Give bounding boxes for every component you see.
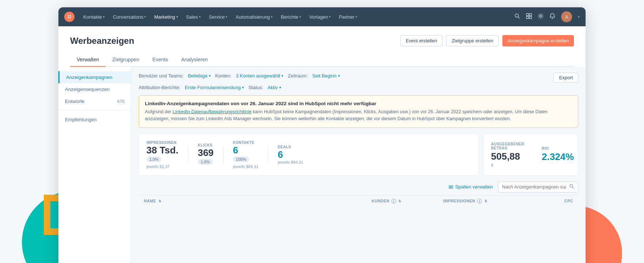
warning-link[interactable]: LinkedIn-Datenaufbewahrungsrichtlinie — [173, 109, 252, 114]
tab-analysieren[interactable]: Analysieren — [175, 53, 214, 67]
hubspot-logo[interactable] — [64, 12, 74, 22]
nav-partner[interactable]: Partner ▾ — [335, 7, 361, 26]
bell-icon[interactable] — [549, 13, 555, 20]
konten-select[interactable]: 3 Konten ausgewählt ▾ — [236, 73, 283, 79]
konten-chevron: ▾ — [281, 74, 283, 78]
nav-berichte[interactable]: Berichte ▾ — [277, 7, 305, 26]
benutzer-select[interactable]: Beliebige ▾ — [188, 73, 211, 79]
th-cpc: CPC — [487, 199, 573, 203]
main-layout: Anzeigenkampagnen Anzeigensequenzen Entw… — [58, 67, 586, 263]
stat-sep-2 — [223, 145, 223, 164]
tabs: Verwalten Zielgruppen Events Analysieren — [70, 53, 574, 67]
warning-banner: LinkedIn-Anzeigenkampagnendaten von vor … — [139, 95, 578, 128]
svg-rect-4 — [529, 14, 532, 16]
kunden-info-icon[interactable]: i — [391, 199, 396, 203]
bottom-toolbar: Spalten verwalten — [139, 182, 578, 193]
filter-row-1: Benutzer und Teams: Beliebige ▾ Konten: … — [139, 73, 340, 79]
sidebar-item-entwuerfe[interactable]: Entwürfe 676 — [58, 95, 131, 107]
browser-window: Kontakte ▾ Conversations ▾ Marketing ▾ S… — [58, 7, 586, 263]
sidebar-item-anzeigenkampagnen[interactable]: Anzeigenkampagnen — [58, 71, 131, 83]
search-icon[interactable] — [514, 13, 520, 20]
spalten-verwalten-button[interactable]: Spalten verwalten — [448, 184, 493, 190]
nav-marketing[interactable]: Marketing ▾ — [150, 7, 181, 26]
stats-roi: AUSGEGEBENER BETRAG 505,88 $ ROI 2.324% — [483, 134, 578, 176]
nav-automatisierung[interactable]: Automatisierung ▾ — [232, 7, 276, 26]
settings-icon[interactable] — [538, 13, 544, 20]
th-impressionen[interactable]: IMPRESSIONEN i ⇅ — [402, 199, 487, 204]
svg-line-2 — [518, 17, 520, 18]
impressionen-info-icon[interactable]: i — [477, 199, 482, 203]
event-erstellen-button[interactable]: Event erstellen — [400, 35, 442, 46]
konten-label: Konten: — [215, 73, 231, 79]
status-chevron: ▾ — [279, 85, 281, 89]
th-kunden-sort: ⇅ — [398, 199, 401, 203]
stat-impressionen: IMPRESSIONEN 38 Tsd. 1,0% jeweils $1,37 — [146, 141, 179, 169]
search-icon — [569, 184, 574, 190]
stat-deals: DEALS 6 jeweils $84,31 — [278, 145, 303, 164]
grid-icon[interactable] — [526, 13, 532, 20]
stats-container: IMPRESSIONEN 38 Tsd. 1,0% jeweils $1,37 … — [139, 134, 578, 176]
stat-sep-3 — [268, 145, 268, 164]
svg-rect-3 — [526, 14, 529, 16]
nav-vorlagen[interactable]: Vorlagen ▾ — [306, 7, 334, 26]
sidebar: Anzeigenkampagnen Anzeigensequenzen Entw… — [58, 67, 131, 263]
warning-text: Aufgrund der LinkedIn-Datenaufbewahrungs… — [145, 108, 572, 122]
vorlagen-chevron: ▾ — [329, 15, 331, 19]
svg-point-11 — [570, 184, 573, 187]
tab-verwalten[interactable]: Verwalten — [70, 53, 106, 67]
svg-rect-9 — [449, 187, 453, 187]
search-input[interactable] — [502, 184, 566, 190]
export-button[interactable]: Export — [553, 73, 578, 83]
filter-row-2: Attribution-Berichte: Erste Formulareins… — [139, 85, 578, 90]
th-name-sort: ⇅ — [158, 199, 161, 203]
nav-kontakte[interactable]: Kontakte ▾ — [80, 7, 108, 26]
nav-service[interactable]: Service ▾ — [205, 7, 231, 26]
page-actions: Event erstellen Zielgruppe erstellen Anz… — [400, 35, 574, 46]
svg-point-0 — [64, 12, 74, 22]
page-title: Werbeanzeigen — [70, 36, 134, 46]
navbar-icons: A ▾ — [514, 11, 580, 22]
stat-klicks: KLICKS 369 1,6% — [198, 143, 214, 166]
zielgruppe-erstellen-button[interactable]: Zielgruppe erstellen — [446, 35, 499, 46]
roi-betrag: AUSGEGEBENER BETRAG 505,88 $ — [491, 142, 524, 167]
content-area: Benutzer und Teams: Beliebige ▾ Konten: … — [131, 67, 586, 263]
user-avatar[interactable]: A — [561, 11, 572, 22]
th-kunden[interactable]: KUNDEN i ⇅ — [315, 199, 401, 204]
svg-rect-5 — [526, 16, 529, 19]
th-name[interactable]: NAME ⇅ — [144, 199, 315, 203]
kontakte-chevron: ▾ — [103, 15, 105, 19]
zeitraum-chevron: ▾ — [338, 74, 340, 78]
stat-sep-1 — [188, 145, 188, 164]
marketing-chevron: ▾ — [176, 15, 178, 19]
svg-rect-8 — [449, 186, 453, 186]
avatar-chevron: ▾ — [578, 15, 580, 19]
attribution-select[interactable]: Erste Formulareinsendung ▾ — [185, 85, 244, 90]
tab-events[interactable]: Events — [146, 53, 175, 67]
tab-zielgruppen[interactable]: Zielgruppen — [106, 53, 146, 67]
attribution-chevron: ▾ — [242, 85, 244, 89]
svg-line-12 — [572, 187, 574, 188]
page-content: Werbeanzeigen Event erstellen Zielgruppe… — [58, 26, 586, 67]
page-header: Werbeanzeigen Event erstellen Zielgruppe… — [70, 35, 574, 46]
th-impressionen-sort: ⇅ — [484, 199, 487, 203]
kampagne-erstellen-button[interactable]: Anzeigenkampagne erstellen — [502, 35, 574, 46]
warning-title: LinkedIn-Anzeigenkampagnendaten von vor … — [145, 101, 572, 106]
entwuerfe-badge: 676 — [117, 99, 124, 104]
roi-percent: ROI 2.324% — [542, 146, 574, 163]
status-label: Status: — [248, 85, 263, 90]
table-header: NAME ⇅ KUNDEN i ⇅ IMPRESSIONEN i ⇅ CPC — [139, 195, 578, 207]
sidebar-item-anzeigensequenzen[interactable]: Anzeigensequenzen — [58, 83, 131, 95]
partner-chevron: ▾ — [356, 15, 357, 19]
automatisierung-chevron: ▾ — [271, 15, 273, 19]
navbar: Kontakte ▾ Conversations ▾ Marketing ▾ S… — [58, 7, 586, 26]
search-box[interactable] — [498, 182, 578, 193]
conversations-chevron: ▾ — [144, 15, 146, 19]
sales-chevron: ▾ — [199, 15, 201, 19]
nav-conversations[interactable]: Conversations ▾ — [109, 7, 150, 26]
nav-sales[interactable]: Sales ▾ — [183, 7, 205, 26]
zeitraum-select[interactable]: Seit Beginn ▾ — [312, 73, 340, 79]
stat-kontakte: KONTAKTE 6 100% jeweils $84,31 — [233, 141, 258, 169]
status-select[interactable]: Aktiv ▾ — [268, 85, 281, 90]
stats-main: IMPRESSIONEN 38 Tsd. 1,0% jeweils $1,37 … — [139, 134, 479, 176]
sidebar-item-empfehlungen[interactable]: Empfehlungen — [58, 114, 131, 126]
